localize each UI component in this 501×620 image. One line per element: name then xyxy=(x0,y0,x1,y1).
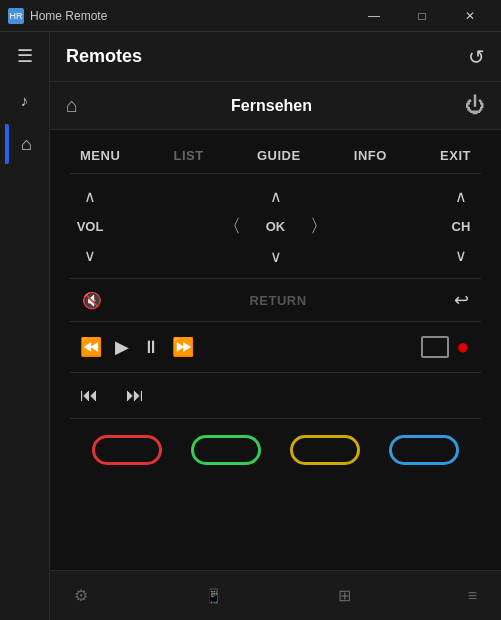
remote-icon[interactable]: 📱 xyxy=(197,580,230,612)
guide-button[interactable]: GUIDE xyxy=(251,144,307,167)
blue-button[interactable] xyxy=(389,435,459,465)
rewind-button[interactable]: ⏪ xyxy=(74,332,108,362)
back-button[interactable]: ↩ xyxy=(446,285,477,315)
remote-name: Fernsehen xyxy=(231,97,312,115)
hamburger-icon: ☰ xyxy=(17,45,33,67)
main-content: Remotes ↺ ⌂ Fernsehen ⏻ MENU LIST GUIDE … xyxy=(50,32,501,620)
sidebar: ☰ ♪ ⌂ xyxy=(0,32,50,620)
home-icon: ⌂ xyxy=(21,134,32,155)
close-button[interactable]: ✕ xyxy=(447,0,493,32)
color-button-row xyxy=(70,419,481,481)
playback-row: ⏪ ▶ ⏸ ⏩ ● xyxy=(70,322,481,373)
info-button[interactable]: INFO xyxy=(348,144,393,167)
green-button[interactable] xyxy=(191,435,261,465)
title-bar-left: HR Home Remote xyxy=(8,8,107,24)
remote-header: ⌂ Fernsehen ⏻ xyxy=(50,82,501,130)
dpad-section: ∧ VOL ∨ ∧ 〈 OK 〉 ∨ ∧ CH xyxy=(70,174,481,279)
remote-body: MENU LIST GUIDE INFO EXIT ∧ VOL ∨ ∧ xyxy=(50,130,501,570)
red-button[interactable] xyxy=(92,435,162,465)
sidebar-music-button[interactable]: ♪ xyxy=(5,80,45,120)
record-button[interactable]: ● xyxy=(449,330,477,364)
play-button[interactable]: ▶ xyxy=(108,332,136,362)
pause-button[interactable]: ⏸ xyxy=(136,333,166,362)
dpad-up-button[interactable]: ∧ xyxy=(260,182,292,210)
title-bar-controls: — □ ✕ xyxy=(351,0,493,32)
dpad-down-button[interactable]: ∨ xyxy=(260,242,292,270)
vol-column: ∧ VOL ∨ xyxy=(74,183,106,270)
minimize-button[interactable]: — xyxy=(351,0,397,32)
remote-home-icon: ⌂ xyxy=(66,94,78,117)
bottom-bar: ⚙ 📱 ⊞ ≡ xyxy=(50,570,501,620)
music-icon: ♪ xyxy=(21,92,29,109)
list-icon[interactable]: ≡ xyxy=(460,579,485,613)
menu-button[interactable]: MENU xyxy=(74,144,126,167)
vol-down-button[interactable]: ∨ xyxy=(74,242,106,270)
maximize-button[interactable]: □ xyxy=(399,0,445,32)
dpad-center: ∧ 〈 OK 〉 ∨ xyxy=(216,182,336,270)
ch-down-button[interactable]: ∨ xyxy=(445,242,477,270)
refresh-icon[interactable]: ↺ xyxy=(468,45,485,69)
dpad-right-button[interactable]: 〉 xyxy=(303,212,335,240)
function-row: MENU LIST GUIDE INFO EXIT xyxy=(70,130,481,174)
yellow-button[interactable] xyxy=(290,435,360,465)
list-button[interactable]: LIST xyxy=(168,144,210,167)
settings-icon[interactable]: ⚙ xyxy=(66,578,96,613)
skip-forward-button[interactable]: ⏭ xyxy=(120,381,150,410)
power-icon[interactable]: ⏻ xyxy=(465,94,485,117)
mute-return-row: 🔇 RETURN ↩ xyxy=(70,279,481,322)
top-bar-title: Remotes xyxy=(66,46,142,67)
grid-icon[interactable]: ⊞ xyxy=(330,578,359,613)
hamburger-menu-button[interactable]: ☰ xyxy=(5,36,45,76)
app-title: Home Remote xyxy=(30,9,107,23)
ch-label: CH xyxy=(452,215,471,238)
ch-column: ∧ CH ∨ xyxy=(445,183,477,270)
active-indicator xyxy=(5,124,9,164)
return-button[interactable]: RETURN xyxy=(241,289,314,312)
skip-back-button[interactable]: ⏮ xyxy=(74,381,104,410)
exit-button[interactable]: EXIT xyxy=(434,144,477,167)
vol-label: VOL xyxy=(77,215,104,238)
playback-row2: ⏮ ⏭ xyxy=(70,373,481,419)
fast-forward-button[interactable]: ⏩ xyxy=(166,332,200,362)
dpad-left-button[interactable]: 〈 xyxy=(216,212,248,240)
app-icon: HR xyxy=(8,8,24,24)
mute-button[interactable]: 🔇 xyxy=(74,287,110,314)
vol-up-button[interactable]: ∧ xyxy=(74,183,106,211)
stop-button[interactable] xyxy=(421,336,449,358)
ok-button[interactable]: OK xyxy=(256,215,296,238)
sidebar-home-button[interactable]: ⌂ xyxy=(5,124,45,164)
ch-up-button[interactable]: ∧ xyxy=(445,183,477,211)
app-layout: ☰ ♪ ⌂ Remotes ↺ ⌂ Fernsehen ⏻ MENU LIST xyxy=(0,32,501,620)
title-bar: HR Home Remote — □ ✕ xyxy=(0,0,501,32)
dpad-middle-row: 〈 OK 〉 xyxy=(216,212,336,240)
top-bar: Remotes ↺ xyxy=(50,32,501,82)
